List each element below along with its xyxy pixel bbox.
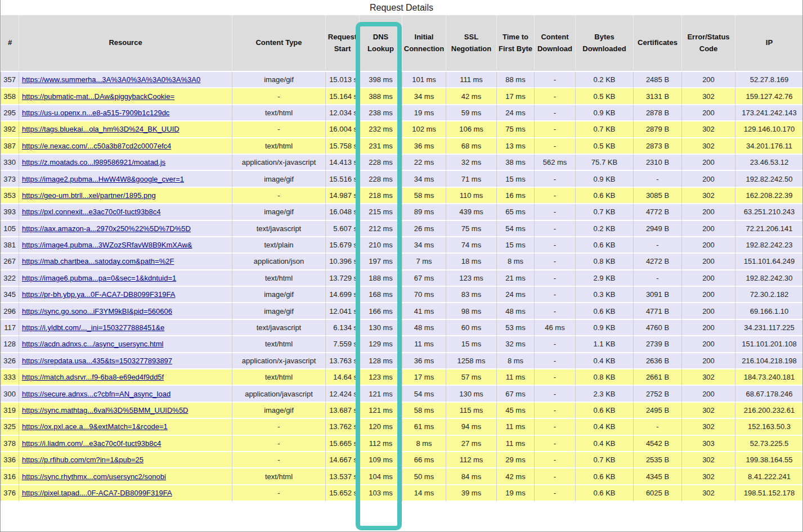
cell-status-code: 303 [682,436,735,452]
cell-ip: 34.231.117.225 [735,320,803,336]
column-header-bytes-downloaded[interactable]: Bytes Downloaded [576,15,634,72]
resource-link[interactable]: https://sync.rhythmx...com/usersync2/son… [22,472,166,481]
resource-link[interactable]: https://aax.amazon-a...2970x250%22%5D%7D… [22,224,191,233]
resource-link[interactable]: https://image6.pubma...pa=0&sec=1&kdntui… [22,274,176,282]
cell-time-to-first-byte: 75 ms [497,121,535,138]
resource-link[interactable]: https://z.moatads.co...l989586921/moatad… [22,158,165,166]
resource-link[interactable]: https://srepdata.usa...435&ts=1503277893… [22,357,172,365]
cell-content-download: - [535,171,576,187]
resource-link[interactable]: https://pr-bh.ybp.ya...0F-ACA7-DB8099F31… [22,290,175,299]
column-header-dns-lookup[interactable]: DNS Lookup [360,15,402,72]
resource-link[interactable]: https://image2.pubma...HwW4W8&google_cve… [22,175,184,183]
cell-ip: 162.208.22.39 [735,188,803,204]
resource-link[interactable]: https://www.summerha...3A%3A0%3A%3A0%3A%… [22,75,200,84]
cell-content-download: - [535,436,576,452]
cell-content-download: - [535,369,576,386]
resource-link[interactable]: https://pixel.tapad....0F-ACA7-DB8099F31… [22,489,172,497]
cell-status-code: 200 [682,105,735,121]
cell-bytes-downloaded: 0.6 KB [576,303,634,319]
cell-ip: 129.146.10.170 [735,121,803,138]
cell-content-type: - [232,88,326,105]
resource-link[interactable]: https://e.nexac.com/...c50a3b87cd2c0007e… [22,142,171,150]
cell-content-download: - [535,287,576,303]
table-row: 128https://acdn.adnxs.c.../async_usersyn… [1,336,803,353]
cell-certificates: 2495 B [634,403,682,419]
cell-initial-connection: 61 ms [402,419,446,435]
cell-bytes-downloaded: 1.1 KB [576,336,634,353]
column-header-content-download[interactable]: Content Download [535,15,576,72]
column-header-status-code[interactable]: Error/Status Code [682,15,735,72]
cell-ssl-negotiation: 84 ms [446,468,497,485]
cell-dns-lookup: 231 ms [360,138,402,155]
column-header-request-start[interactable]: Request Start [326,15,360,72]
cell-certificates: 2310 B [634,155,682,171]
cell-status-code: 200 [682,320,735,336]
cell-bytes-downloaded: 0.9 KB [576,105,634,121]
cell-content-download: - [535,403,576,419]
cell-time-to-first-byte: 53 ms [497,320,535,336]
column-header-initial-connection[interactable]: Initial Connection [402,15,446,72]
cell-time-to-first-byte: 8 ms [497,353,535,369]
resource-link[interactable]: https://us-u.openx.n...e8-a515-7909b1c12… [22,109,169,117]
cell-resource: https://pubmatic-mat...DAw&piggybackCook… [19,88,232,105]
cell-request-start: 15.516 s [326,171,360,187]
cell-ip: 34.201.176.11 [735,138,803,155]
cell-bytes-downloaded: 0.6 KB [576,485,634,502]
table-row: 316https://sync.rhythmx...com/usersync2/… [1,468,803,485]
column-header-content-type[interactable]: Content Type [232,15,326,72]
cell-initial-connection: 41 ms [402,303,446,319]
page-title: Request Details [1,0,802,15]
cell-content-type: application/x-javascript [232,353,326,369]
cell-ip: 8.41.222.241 [735,468,803,485]
resource-link[interactable]: https://sync.go.sono...iF3YM9kBI&pid=560… [22,307,172,315]
resource-link[interactable]: https://secure.adnxs...c?cbfn=AN_async_l… [22,390,171,398]
resource-link[interactable]: https://acdn.adnxs.c.../async_usersync.h… [22,340,163,348]
cell-request-start: 6.134 s [326,320,360,336]
cell-dns-lookup: 103 ms [360,485,402,502]
resource-link[interactable]: https://sync.mathtag...6val%3D%5BMM_UUID… [22,406,189,414]
resource-link[interactable]: https://pubmatic-mat...DAw&piggybackCook… [22,92,174,101]
cell-time-to-first-byte: 67 ms [497,386,535,402]
resource-link[interactable]: https://mab.chartbea...satoday.com&path=… [22,257,174,265]
cell-ip: 23.46.53.12 [735,155,803,171]
cell-certificates: 2752 B [634,386,682,402]
cell-num: 267 [1,254,19,270]
resource-link[interactable]: https://match.adsrvr...f9-6ba8-e69ed4f9d… [22,373,164,381]
table-row: 373https://image2.pubma...HwW4W8&google_… [1,171,803,187]
column-header-resource[interactable]: Resource [19,15,232,72]
column-header-ssl-negotiation[interactable]: SSL Negotiation [446,15,497,72]
resource-link[interactable]: https://tags.bluekai...ola_hm%3D%24_BK_U… [22,125,180,133]
resource-link[interactable]: https://pxl.connexit...e3ac70c0f-tuct93b… [22,208,160,216]
resource-link[interactable]: https://geo-um.btrll...xel/partner/1895.… [22,191,156,200]
cell-initial-connection: 70 ms [402,287,446,303]
cell-status-code: 302 [682,468,735,485]
column-header-num[interactable]: # [1,15,19,72]
cell-initial-connection: 58 ms [402,188,446,204]
cell-content-type: text/plain [232,237,326,254]
resource-link[interactable]: https://ox.pxl.ace.a...9&extMatch=1&rcod… [22,422,168,431]
column-header-certificates[interactable]: Certificates [634,15,682,72]
resource-link[interactable]: https://image4.pubma...3WZozSRfavW8B9KmX… [22,241,192,249]
cell-time-to-first-byte: 8 ms [497,254,535,270]
cell-ip: 192.82.242.50 [735,171,803,187]
cell-request-start: 7.559 s [326,336,360,353]
cell-certificates: 2485 B [634,72,682,88]
cell-certificates: 4760 B [634,320,682,336]
cell-resource: https://aax.amazon-a...2970x250%22%5D%7D… [19,221,232,237]
cell-content-download: - [535,237,576,254]
resource-link[interactable]: https://i.yldbt.com/..._ini=150327788845… [22,323,164,332]
cell-ip: 63.251.210.243 [735,204,803,220]
cell-num: 330 [1,155,19,171]
column-header-time-to-first-byte[interactable]: Time to First Byte [497,15,535,72]
cell-status-code: 200 [682,270,735,287]
cell-resource: https://pxl.connexit...e3ac70c0f-tuct93b… [19,204,232,220]
resource-link[interactable]: https://p.rfihub.com/cm?in=1&pub=25 [22,456,143,464]
cell-initial-connection: 36 ms [402,138,446,155]
cell-bytes-downloaded: 0.7 KB [576,121,634,138]
cell-num: 336 [1,452,19,468]
column-header-ip[interactable]: IP [735,15,803,72]
resource-link[interactable]: https://i.liadm.com/...e3ac70c0f-tuct93b… [22,439,161,448]
cell-initial-connection: 34 ms [402,237,446,254]
cell-certificates: 2879 B [634,121,682,138]
cell-resource: https://mab.chartbea...satoday.com&path=… [19,254,232,270]
